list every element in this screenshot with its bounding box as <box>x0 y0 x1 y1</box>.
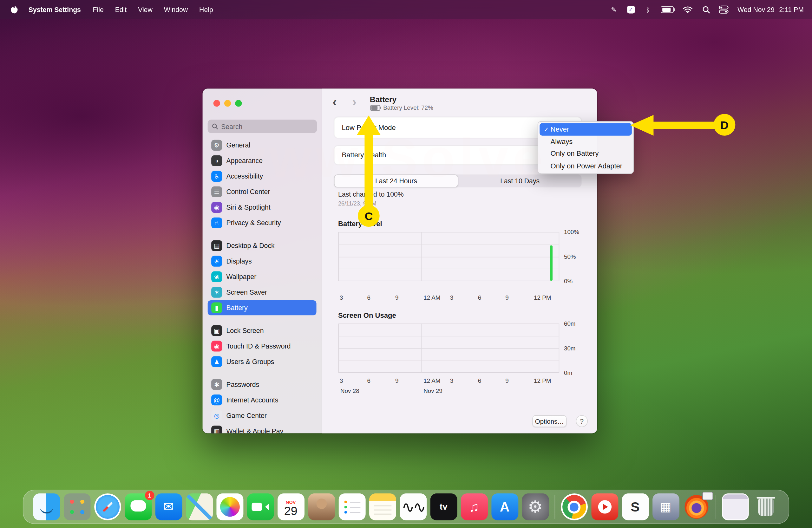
check-badge-icon[interactable]: ✓ <box>627 5 635 14</box>
battery-health-label: Battery Health <box>342 151 386 159</box>
sidebar-item-users-groups[interactable]: ♟Users & Groups <box>208 354 317 369</box>
menu-bar: System Settings FileEditViewWindowHelp ✎… <box>0 0 812 19</box>
menu-item-only-on-battery[interactable]: Only on Battery <box>539 147 632 160</box>
sidebar-item-privacy-security[interactable]: ☝Privacy & Security <box>208 215 317 230</box>
sidebar-item-desktop-dock[interactable]: ▤Desktop & Dock <box>208 238 317 253</box>
minimize-window-button[interactable] <box>224 100 231 106</box>
dock-icon-voice-wave[interactable]: ∿∿ <box>400 494 426 520</box>
dock-icon-system-settings[interactable]: ⚙ <box>522 494 549 520</box>
x-axis-tick: 6 <box>367 377 370 384</box>
menu-item-label: Never <box>551 126 569 133</box>
menu-item-only-on-power-adapter[interactable]: Only on Power Adapter <box>539 160 632 172</box>
dock-icon-app-store[interactable]: A <box>491 494 518 520</box>
help-button[interactable]: ? <box>576 415 588 427</box>
dock-icon-screenshot-preview[interactable] <box>722 494 749 520</box>
dock-icon-music[interactable]: ♫ <box>461 494 488 520</box>
close-window-button[interactable] <box>214 100 220 106</box>
s-app-glyph-icon: S <box>630 499 639 515</box>
sidebar-item-battery[interactable]: ▮Battery <box>208 300 317 315</box>
menu-file[interactable]: File <box>87 6 110 13</box>
sidebar-item-label: Lock Screen <box>226 327 264 334</box>
sidebar-item-passwords[interactable]: ✱Passwords <box>208 377 317 392</box>
dock-icon-facetime[interactable] <box>247 494 274 520</box>
window-controls <box>214 100 242 106</box>
control-center-icon[interactable] <box>719 5 729 14</box>
at-sign-icon: @ <box>211 395 222 405</box>
wifi-icon[interactable] <box>683 5 693 14</box>
wallet-icon: ▥ <box>211 426 222 433</box>
desktop: System Settings FileEditViewWindowHelp ✎… <box>0 0 812 528</box>
sidebar-item-accessibility[interactable]: ♿Accessibility <box>208 169 317 184</box>
low-power-mode-menu: ✓NeverAlwaysOnly on BatteryOnly on Power… <box>538 121 634 174</box>
battery-icon <box>370 105 380 111</box>
y-axis-tick: 30m <box>564 345 576 351</box>
menu-bar-date: Wed Nov 29 <box>738 6 774 13</box>
dock-icon-safari[interactable] <box>94 494 121 520</box>
sidebar-item-game-center[interactable]: ◎Game Center <box>208 408 317 423</box>
sidebar-item-general[interactable]: ⚙General <box>208 138 317 152</box>
dock-icon-messages[interactable]: 1 <box>125 494 151 520</box>
dock-icon-calendar[interactable]: NOV29 <box>277 494 304 520</box>
x-axis-tick: 9 <box>505 295 508 301</box>
battery-icon[interactable] <box>661 5 674 14</box>
apple-menu-icon[interactable] <box>11 5 18 14</box>
back-button[interactable]: ‹ <box>332 94 337 109</box>
sidebar-item-wallpaper[interactable]: ❀Wallpaper <box>208 269 317 284</box>
dock-icon-photos[interactable] <box>216 494 243 520</box>
sidebar-item-appearance[interactable]: ◑Appearance <box>208 153 317 168</box>
dock-icon-trash[interactable] <box>752 494 779 520</box>
tab-last-10-days[interactable]: Last 10 Days <box>458 174 582 187</box>
dock-icon-maps[interactable] <box>186 494 213 520</box>
sidebar-item-lock-screen[interactable]: ▣Lock Screen <box>208 323 317 338</box>
sidebar-item-label: Control Center <box>226 188 270 196</box>
pencil-icon[interactable]: ✎ <box>610 5 618 14</box>
sidebar-item-touch-id-password[interactable]: ◉Touch ID & Password <box>208 339 317 354</box>
menu-item-never[interactable]: ✓Never <box>539 123 632 135</box>
sidebar-item-siri-spotlight[interactable]: ◉Siri & Spotlight <box>208 200 317 215</box>
x-axis-tick: 3 <box>450 295 453 301</box>
search-input[interactable]: Search <box>208 120 317 133</box>
menu-item-always[interactable]: Always <box>539 135 632 147</box>
sidebar-item-displays[interactable]: ☀Displays <box>208 254 317 268</box>
displays-icon: ☀ <box>211 256 222 267</box>
x-axis-tick: 12 PM <box>534 295 551 301</box>
menu-edit[interactable]: Edit <box>110 6 133 13</box>
sidebar-item-label: Passwords <box>226 381 259 388</box>
dock-icon-mail[interactable]: ✉ <box>155 494 182 520</box>
menu-bar-app-name[interactable]: System Settings <box>29 6 81 13</box>
dock-icon-gray-stack[interactable]: ▦ <box>652 494 679 520</box>
menu-window[interactable]: Window <box>158 6 193 13</box>
dock-icon-s-app[interactable]: S <box>622 494 649 520</box>
x-axis-tick: 3 <box>450 377 453 384</box>
dock-separator <box>554 495 555 519</box>
dock-icon-finder[interactable] <box>33 494 60 520</box>
zoom-window-button[interactable] <box>235 100 242 106</box>
sidebar-item-label: Wallet & Apple Pay <box>226 427 283 434</box>
search-icon[interactable] <box>702 5 710 14</box>
dock-icon-notes[interactable] <box>369 494 396 520</box>
dock-icon-reminders[interactable] <box>338 494 365 520</box>
checkmark-icon: ✓ <box>542 126 550 133</box>
bluetooth-icon[interactable]: ᛒ <box>644 5 652 14</box>
sidebar-item-internet-accounts[interactable]: @Internet Accounts <box>208 393 317 408</box>
dock-icon-apple-tv[interactable]: tv <box>430 494 457 520</box>
menu-bar-clock[interactable]: Wed Nov 29 2:11 PM <box>738 6 804 13</box>
chart-bar <box>550 245 553 281</box>
menu-view[interactable]: View <box>132 6 158 13</box>
battery-level-heading: Battery Level <box>338 220 382 228</box>
chart-plot-area <box>338 323 559 372</box>
tab-last-24-hours[interactable]: Last 24 Hours <box>334 174 458 187</box>
options-button[interactable]: Options… <box>532 415 566 427</box>
dock-icon-contacts[interactable] <box>308 494 335 520</box>
dock-icon-chrome[interactable] <box>561 494 588 520</box>
x-axis-labels: 36912 AM36912 PM <box>338 377 559 385</box>
sidebar-item-control-center[interactable]: ☰Control Center <box>208 184 317 199</box>
menu-bar-menus: FileEditViewWindowHelp <box>87 6 219 13</box>
dock-icon-firefox[interactable] <box>683 494 710 520</box>
dock-icon-launchpad[interactable] <box>63 494 90 520</box>
dock-icon-red-media[interactable] <box>591 494 618 520</box>
forward-button[interactable]: › <box>352 94 357 109</box>
menu-help[interactable]: Help <box>193 6 219 13</box>
sidebar-item-wallet-apple-pay[interactable]: ▥Wallet & Apple Pay <box>208 424 317 434</box>
sidebar-item-screen-saver[interactable]: ✶Screen Saver <box>208 285 317 300</box>
